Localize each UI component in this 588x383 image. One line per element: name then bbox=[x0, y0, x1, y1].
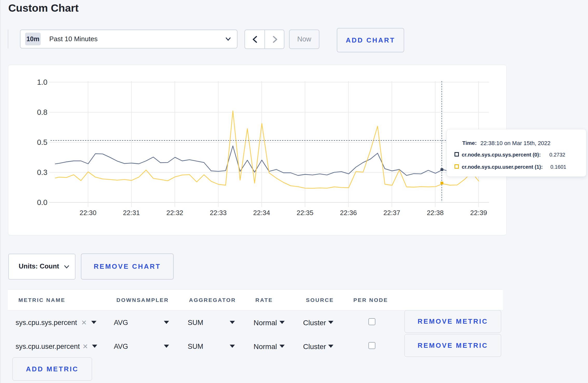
svg-text:0.5: 0.5 bbox=[37, 138, 47, 146]
svg-text:22:30: 22:30 bbox=[80, 209, 96, 217]
svg-text:22:33: 22:33 bbox=[210, 209, 227, 217]
svg-text:22:31: 22:31 bbox=[123, 209, 140, 217]
svg-text:22:37: 22:37 bbox=[383, 209, 400, 217]
svg-text:22:39: 22:39 bbox=[470, 209, 487, 217]
svg-text:0.8: 0.8 bbox=[37, 108, 47, 116]
svg-text:22:38: 22:38 bbox=[427, 209, 444, 217]
svg-text:0.0: 0.0 bbox=[37, 198, 47, 207]
svg-text:0.3: 0.3 bbox=[37, 168, 47, 176]
svg-text:22:32: 22:32 bbox=[166, 209, 183, 217]
svg-text:22:35: 22:35 bbox=[297, 209, 313, 217]
svg-text:22:34: 22:34 bbox=[253, 209, 270, 217]
svg-text:1.0: 1.0 bbox=[37, 78, 47, 86]
svg-text:22:36: 22:36 bbox=[340, 209, 357, 217]
